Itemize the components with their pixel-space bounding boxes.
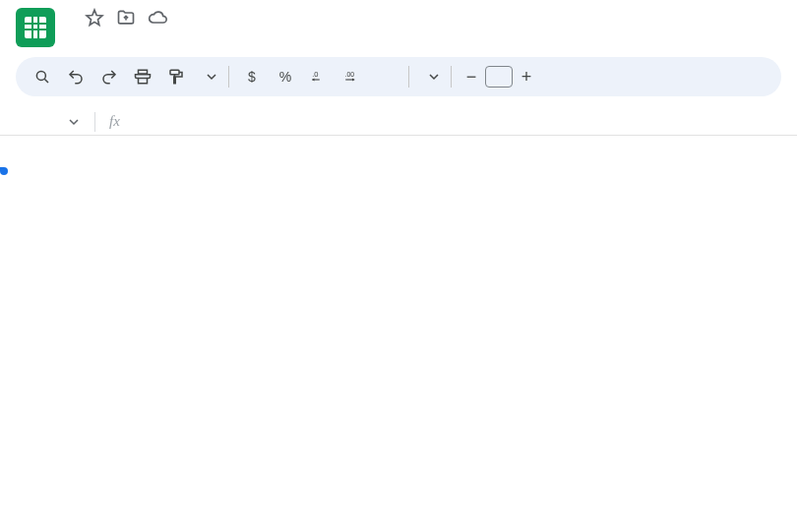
svg-text:.0: .0 (312, 70, 318, 79)
svg-rect-3 (170, 70, 179, 75)
paint-format-icon[interactable] (161, 62, 191, 91)
svg-rect-2 (139, 79, 148, 84)
font-size-group: − + (460, 65, 538, 89)
undo-icon[interactable] (61, 62, 91, 91)
print-icon[interactable] (128, 62, 157, 91)
menubar (65, 30, 222, 37)
menu-file[interactable] (65, 30, 81, 37)
redo-icon[interactable] (94, 62, 124, 91)
document-title[interactable] (65, 16, 73, 20)
sheets-logo-icon[interactable] (16, 8, 55, 47)
menu-data[interactable] (153, 30, 169, 37)
format-currency-button[interactable]: $ (237, 62, 267, 91)
menu-extensions[interactable] (189, 30, 205, 37)
font-size-input[interactable] (485, 66, 513, 88)
decrease-font-size-button[interactable]: − (460, 65, 483, 89)
formula-bar: fx (0, 108, 797, 136)
menu-view[interactable] (100, 30, 116, 37)
toolbar: $ % .0 .00 − + (16, 57, 781, 96)
menu-format[interactable] (136, 30, 152, 37)
menu-insert[interactable] (118, 30, 134, 37)
move-to-folder-icon[interactable] (116, 8, 136, 28)
format-123-button[interactable] (371, 62, 400, 91)
svg-rect-1 (139, 70, 148, 74)
search-menus-icon[interactable] (28, 62, 57, 91)
font-selector[interactable] (417, 72, 443, 82)
format-percent-button[interactable]: % (271, 62, 300, 91)
zoom-selector[interactable] (195, 72, 220, 82)
fx-icon: fx (101, 113, 128, 130)
cloud-status-icon[interactable] (148, 8, 167, 28)
menu-edit[interactable] (83, 30, 98, 37)
svg-text:.00: .00 (345, 71, 355, 78)
menu-tools[interactable] (171, 30, 187, 37)
spreadsheet-grid[interactable] (0, 167, 797, 532)
titlebar (0, 0, 797, 47)
star-icon[interactable] (85, 8, 104, 28)
menu-help[interactable] (207, 30, 222, 37)
svg-point-0 (36, 71, 45, 80)
decrease-decimal-icon[interactable]: .0 (304, 62, 334, 91)
increase-decimal-icon[interactable]: .00 (337, 62, 367, 91)
increase-font-size-button[interactable]: + (515, 65, 538, 89)
name-box-dropdown-icon[interactable] (59, 114, 89, 130)
